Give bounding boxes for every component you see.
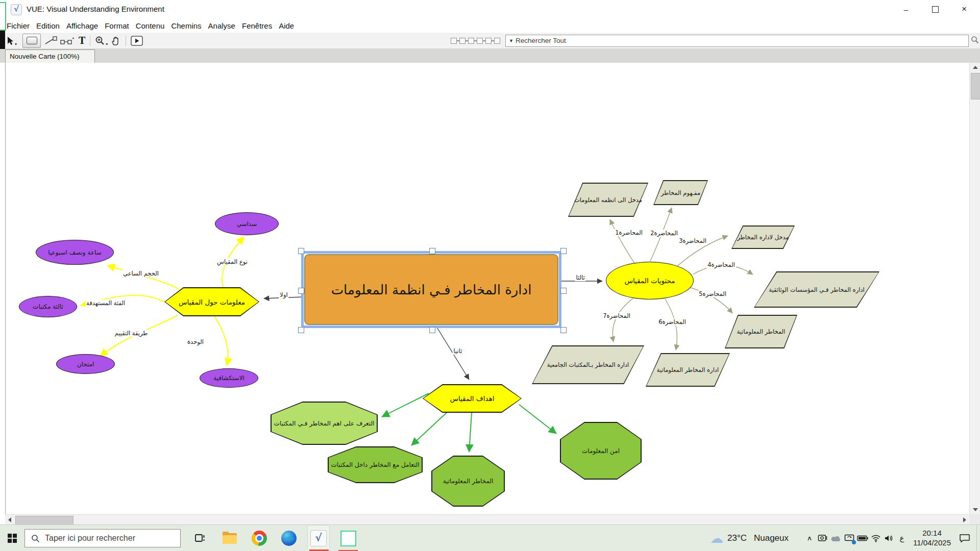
search-icon[interactable]: [971, 36, 979, 46]
menu-contenu[interactable]: Contenu: [136, 21, 165, 30]
menu-fichier[interactable]: Fichier: [7, 21, 30, 30]
selection-handle[interactable]: [560, 288, 567, 294]
map-node-main[interactable]: ادارة المخاطر فـي انظمة المعلومات: [304, 254, 558, 325]
map-edge[interactable]: [100, 315, 178, 356]
map-edge[interactable]: [411, 411, 448, 445]
search-scope-dropdown[interactable]: ▼: [509, 38, 513, 43]
pan-tool-button[interactable]: [111, 34, 121, 47]
selection-handle[interactable]: [429, 248, 435, 254]
hidden-icons-chevron[interactable]: ∧: [803, 528, 816, 549]
menu-analyse[interactable]: Analyse: [208, 21, 235, 30]
map-edge[interactable]: [469, 413, 472, 452]
app-white-square-button[interactable]: [337, 525, 359, 551]
presentation-tool-button[interactable]: [131, 34, 143, 47]
action-center-button[interactable]: [956, 525, 973, 551]
map-edge[interactable]: [264, 297, 303, 298]
scroll-up-button[interactable]: [970, 63, 980, 72]
map-node-lec6[interactable]: اداره المخاطر المعلوماتية: [646, 353, 730, 387]
horizontal-scrollbar[interactable]: [5, 514, 969, 525]
file-explorer-button[interactable]: [218, 525, 241, 551]
language-indicator[interactable]: ع: [896, 534, 908, 543]
close-button[interactable]: ×: [952, 0, 976, 18]
zoom-tool-button[interactable]: ▾: [95, 34, 108, 47]
map-edge[interactable]: [81, 295, 164, 306]
wifi-icon[interactable]: [869, 525, 883, 551]
selection-handle[interactable]: [298, 248, 304, 254]
map-node-info[interactable]: معلومات حول المقياس: [164, 287, 259, 316]
map-node-exam[interactable]: امتحان: [56, 354, 115, 374]
selection-handle[interactable]: [298, 327, 304, 333]
map-node-lec7[interactable]: اداره المخاطر بـالمكتبات الجامعية: [532, 345, 644, 384]
map-node-lec1[interactable]: مدخل الى انظمه المعلومات: [568, 183, 648, 217]
horizontal-scroll-thumb[interactable]: [15, 516, 74, 525]
menu-edition[interactable]: Edition: [36, 21, 60, 30]
weather-temp[interactable]: 23°C: [727, 533, 747, 543]
battery-icon[interactable]: [856, 525, 869, 551]
map-node-three-libraries[interactable]: ثالثة مكتبات: [19, 296, 77, 317]
map-edge[interactable]: [107, 265, 180, 289]
menu-chemins[interactable]: Chemins: [171, 21, 201, 30]
map-node-obj3[interactable]: المخاطر المعلوماتية: [431, 456, 505, 507]
map-edge[interactable]: [650, 208, 672, 261]
map-node-exploratory[interactable]: الاستكشافية: [200, 368, 258, 388]
vertical-scroll-thumb[interactable]: [971, 73, 980, 99]
sync-display-icon[interactable]: [843, 525, 856, 551]
volume-icon[interactable]: [883, 525, 896, 551]
map-node-lec4[interactable]: اداره المخاطر فـي المؤسسات الوثائقية: [754, 271, 879, 308]
map-node-obj4[interactable]: امن المعلومات: [560, 422, 642, 480]
weather-cloud-icon[interactable]: ☁: [710, 531, 723, 546]
taskbar-search-input[interactable]: Taper ici pour rechercher: [24, 529, 181, 547]
map-search-input[interactable]: ▼ Rechercher Tout: [505, 35, 969, 47]
map-node-lec3[interactable]: مدخل لاداره المخاطر: [731, 226, 795, 249]
link-tool-button[interactable]: [44, 34, 57, 47]
task-view-button[interactable]: [189, 525, 211, 551]
edge-button[interactable]: [278, 525, 300, 551]
map-edge[interactable]: [676, 236, 728, 267]
menu-format[interactable]: Format: [105, 21, 129, 30]
maximize-button[interactable]: [923, 0, 947, 18]
scroll-left-button[interactable]: [5, 515, 14, 525]
map-node-weekly-hours[interactable]: ساعة ونصف اسبوعيا: [36, 240, 114, 265]
map-edge[interactable]: [382, 393, 429, 417]
scroll-down-button[interactable]: [970, 505, 980, 514]
map-node-lec5[interactable]: المخاطر المعلوماتية: [725, 315, 797, 348]
scroll-right-button[interactable]: [960, 515, 969, 525]
map-edge[interactable]: [519, 405, 556, 434]
map-node-goals[interactable]: اهداف المقياس: [423, 384, 522, 413]
map-node-semester[interactable]: سداسي: [215, 212, 279, 235]
tab-nouvelle-carte[interactable]: Nouvelle Carte (100%): [5, 49, 95, 63]
vue-taskbar-button[interactable]: √: [307, 525, 330, 551]
map-node-lec2[interactable]: مفـهوم المخاطر: [653, 180, 708, 205]
menu-affichage[interactable]: Affichage: [66, 21, 98, 30]
clock[interactable]: 20:14 11/04/2025: [913, 529, 951, 548]
start-button[interactable]: [0, 525, 24, 551]
menu-aide[interactable]: Aide: [279, 21, 294, 30]
selection-handle[interactable]: [298, 288, 304, 294]
menu-fenetres[interactable]: Fenêtres: [242, 21, 272, 30]
selection-handle[interactable]: [560, 327, 567, 333]
minimize-button[interactable]: –: [894, 0, 918, 18]
map-node-obj2[interactable]: التعامل مع المخاطر داخل المكتبات: [328, 446, 423, 483]
vertical-scrollbar[interactable]: [969, 63, 980, 514]
chrome-button[interactable]: [248, 525, 271, 551]
node-tool-button-selected[interactable]: [22, 34, 41, 48]
map-edge[interactable]: [612, 298, 633, 342]
map-edge[interactable]: [691, 288, 732, 313]
show-desktop-button[interactable]: [976, 525, 980, 551]
map-edge[interactable]: [610, 219, 634, 263]
text-tool-button[interactable]: T: [79, 34, 85, 47]
map-node-obj1[interactable]: التعرف على اهم المخاطر فـي المكتبات: [271, 402, 378, 445]
cast-icon[interactable]: [816, 525, 829, 551]
node-chain-tool-button[interactable]: [60, 34, 76, 47]
map-edge[interactable]: [693, 265, 753, 274]
map-edge[interactable]: [214, 316, 228, 366]
map-edge[interactable]: [665, 299, 677, 350]
selection-handle[interactable]: [560, 248, 567, 254]
weather-condition[interactable]: Nuageux: [754, 533, 789, 543]
selection-handle[interactable]: [429, 327, 435, 333]
map-edge[interactable]: [222, 237, 244, 287]
selection-tool-button[interactable]: ▾: [6, 34, 17, 47]
slide-sorter-icon[interactable]: [451, 38, 500, 44]
map-node-contents[interactable]: محتويات المقياس: [606, 262, 694, 299]
map-edge[interactable]: [436, 327, 469, 380]
